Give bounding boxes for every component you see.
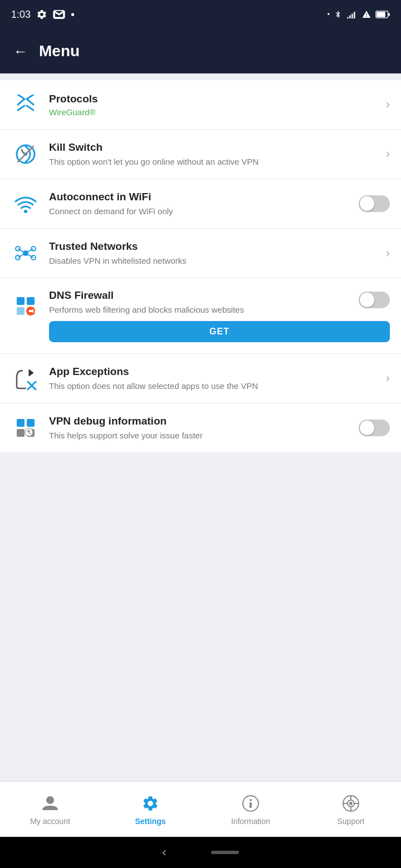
- svg-rect-22: [17, 429, 25, 437]
- information-icon: [241, 793, 261, 813]
- menu-item-trusted-networks[interactable]: Trusted Networks Disables VPN in whiteli…: [0, 229, 401, 278]
- wifi-icon: [11, 189, 40, 218]
- svg-point-25: [46, 796, 54, 804]
- home-indicator[interactable]: [211, 851, 239, 854]
- status-left: 1:03 •: [11, 8, 75, 21]
- status-bar: 1:03 • •: [0, 0, 401, 29]
- bottom-nav: My account Settings Information: [0, 781, 401, 837]
- vpn-debug-toggle[interactable]: [359, 420, 390, 436]
- protocols-text: Protocols WireGuard®: [49, 93, 380, 117]
- menu-item-autoconnect[interactable]: Autoconnect in WiFi Connect on demand fo…: [0, 179, 401, 229]
- nav-item-support[interactable]: Support: [301, 793, 401, 826]
- status-time: 1:03: [11, 9, 31, 21]
- menu-item-kill-switch[interactable]: Kill Switch This option won't let you go…: [0, 130, 401, 179]
- settings-icon: [36, 9, 47, 20]
- trusted-networks-icon: [11, 239, 40, 268]
- settings-label: Settings: [135, 817, 165, 826]
- kill-switch-arrow: ›: [386, 147, 390, 161]
- support-icon: [341, 793, 361, 813]
- battery-icon: [375, 10, 390, 19]
- protocols-title: Protocols: [49, 93, 380, 105]
- menu-item-dns-firewall[interactable]: DNS Firewall Performs web filtering and …: [0, 278, 401, 354]
- autoconnect-text: Autoconnect in WiFi Connect on demand fo…: [49, 191, 353, 217]
- my-account-icon: [40, 793, 60, 813]
- kill-switch-title: Kill Switch: [49, 141, 380, 154]
- signal-icon: [346, 10, 358, 19]
- autoconnect-toggle[interactable]: [359, 195, 390, 212]
- vpn-debug-title: VPN debug information: [49, 415, 353, 427]
- svg-point-35: [349, 802, 353, 805]
- dns-firewall-text: DNS Firewall Performs web filtering and …: [49, 289, 390, 342]
- menu-item-app-exceptions[interactable]: App Exceptions This option does not allo…: [0, 354, 401, 403]
- svg-rect-16: [27, 297, 35, 305]
- trusted-networks-subtitle: Disables VPN in whitelisted networks: [49, 255, 380, 267]
- cellular-icon: [362, 10, 371, 19]
- svg-rect-15: [17, 297, 25, 305]
- status-right: •: [327, 9, 390, 20]
- settings-nav-icon: [140, 793, 160, 813]
- svg-rect-17: [17, 307, 25, 315]
- svg-point-27: [250, 799, 252, 801]
- dns-firewall-icon: [11, 292, 40, 320]
- kill-switch-icon: [11, 140, 40, 169]
- back-sys-button[interactable]: ‹: [162, 845, 166, 860]
- system-nav: ‹: [0, 837, 401, 868]
- back-button[interactable]: ←: [13, 43, 28, 60]
- kill-switch-text: Kill Switch This option won't let you go…: [49, 141, 380, 167]
- menu-card: Protocols WireGuard® › Kill Switch This …: [0, 80, 401, 452]
- information-label: Information: [231, 817, 270, 826]
- trusted-networks-arrow: ›: [386, 246, 390, 260]
- svg-rect-20: [17, 419, 25, 427]
- app-exceptions-arrow: ›: [386, 371, 390, 386]
- kill-switch-subtitle: This option won't let you go online with…: [49, 156, 380, 167]
- autoconnect-subtitle: Connect on demand for WiFi only: [49, 205, 353, 217]
- menu-item-protocols[interactable]: Protocols WireGuard® ›: [0, 80, 401, 130]
- gmail-icon: [53, 10, 65, 19]
- wifi-dot: •: [327, 11, 330, 18]
- dns-firewall-row: DNS Firewall Performs web filtering and …: [49, 289, 390, 315]
- nav-item-information[interactable]: Information: [200, 793, 301, 826]
- vpn-debug-text: VPN debug information This helps support…: [49, 415, 353, 441]
- vpn-debug-subtitle: This helps support solve your issue fast…: [49, 430, 353, 441]
- header: ← Menu: [0, 29, 401, 73]
- app-exceptions-title: App Exceptions: [49, 366, 380, 378]
- main-content: Protocols WireGuard® › Kill Switch This …: [0, 73, 401, 620]
- support-label: Support: [337, 817, 364, 826]
- trusted-networks-title: Trusted Networks: [49, 240, 380, 253]
- menu-item-vpn-debug[interactable]: VPN debug information This helps support…: [0, 403, 401, 452]
- bluetooth-icon: [334, 9, 342, 20]
- nav-item-settings[interactable]: Settings: [100, 793, 200, 826]
- my-account-label: My account: [30, 817, 70, 826]
- notification-dot: •: [71, 8, 75, 21]
- dns-firewall-title: DNS Firewall: [49, 289, 353, 302]
- svg-rect-28: [250, 802, 252, 808]
- svg-rect-2: [388, 13, 390, 16]
- svg-point-5: [24, 210, 27, 213]
- vpn-debug-icon: [11, 413, 40, 442]
- app-exceptions-text: App Exceptions This option does not allo…: [49, 366, 380, 392]
- page-title: Menu: [39, 42, 80, 60]
- nav-item-my-account[interactable]: My account: [0, 793, 100, 826]
- dns-firewall-subtitle: Performs web filtering and blocks malici…: [49, 304, 353, 315]
- protocols-icon: [11, 90, 40, 119]
- app-exceptions-subtitle: This option does not allow selected apps…: [49, 380, 380, 392]
- trusted-networks-text: Trusted Networks Disables VPN in whiteli…: [49, 240, 380, 267]
- svg-rect-1: [376, 12, 385, 17]
- dns-firewall-get-button[interactable]: GET: [49, 321, 390, 342]
- autoconnect-title: Autoconnect in WiFi: [49, 191, 353, 203]
- svg-rect-21: [27, 419, 35, 427]
- app-exceptions-icon: [11, 364, 40, 393]
- spacer: [0, 620, 401, 782]
- protocols-arrow: ›: [386, 97, 390, 112]
- dns-firewall-toggle[interactable]: [359, 292, 390, 308]
- protocols-subtitle: WireGuard®: [49, 107, 380, 117]
